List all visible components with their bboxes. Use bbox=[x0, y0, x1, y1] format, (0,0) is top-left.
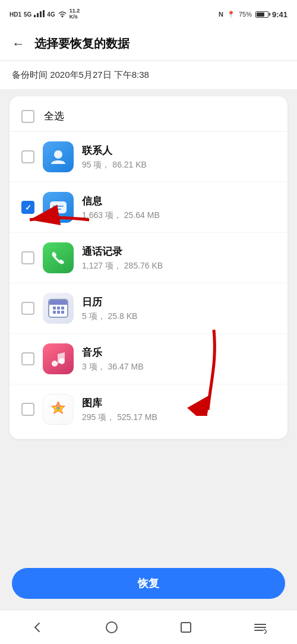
page-title: 选择要恢复的数据 bbox=[34, 36, 129, 52]
status-left: HD1 5G 4G 11.2K/s bbox=[10, 8, 80, 20]
contacts-checkbox[interactable] bbox=[21, 150, 34, 163]
restore-button[interactable]: 恢复 bbox=[12, 568, 285, 599]
signal-bars bbox=[34, 10, 45, 18]
select-all-label: 全选 bbox=[44, 109, 64, 123]
contacts-info: 联系人 95 项， 86.21 KB bbox=[82, 144, 276, 171]
calendar-name: 日历 bbox=[82, 295, 276, 309]
svg-rect-1 bbox=[37, 13, 39, 17]
messages-info: 信息 1,663 项， 25.64 MB bbox=[82, 194, 276, 221]
svg-point-16 bbox=[106, 622, 117, 633]
calls-icon bbox=[43, 242, 74, 273]
gallery-info: 图库 295 项， 525.17 MB bbox=[82, 396, 276, 423]
wifi-signal bbox=[58, 10, 67, 18]
nav-bar bbox=[0, 611, 297, 644]
calendar-checkbox[interactable] bbox=[21, 302, 34, 315]
time-display: 9:41 bbox=[272, 10, 287, 19]
backup-time-label: 备份时间 2020年5月27日 下午8:38 bbox=[12, 70, 149, 80]
calls-checkbox[interactable] bbox=[21, 251, 34, 264]
messages-detail: 1,663 项， 25.64 MB bbox=[82, 210, 276, 221]
calls-info: 通话记录 1,127 项， 285.76 KB bbox=[82, 245, 276, 272]
music-item[interactable]: 音乐 3 项， 36.47 MB bbox=[10, 334, 287, 384]
nav-home-button[interactable] bbox=[100, 615, 124, 639]
select-all-row[interactable]: 全选 bbox=[10, 101, 287, 132]
contacts-detail: 95 项， 86.21 KB bbox=[82, 160, 276, 171]
network-5g: 5G bbox=[24, 11, 31, 18]
gallery-icon bbox=[43, 394, 74, 425]
messages-name: 信息 bbox=[82, 194, 276, 208]
back-button[interactable]: ← bbox=[12, 37, 25, 50]
status-right: N 📍 75% 9:41 bbox=[219, 10, 287, 19]
messages-item[interactable]: 信息 1,663 项， 25.64 MB bbox=[10, 182, 287, 233]
page-header: ← 选择要恢复的数据 bbox=[0, 29, 297, 60]
music-info: 音乐 3 项， 36.47 MB bbox=[82, 346, 276, 372]
nfc-icon: N bbox=[219, 11, 223, 18]
gallery-item[interactable]: 图库 295 项， 525.17 MB bbox=[10, 384, 287, 434]
calls-item[interactable]: 通话记录 1,127 项， 285.76 KB bbox=[10, 233, 287, 283]
svg-rect-3 bbox=[43, 10, 45, 17]
music-detail: 3 项， 36.47 MB bbox=[82, 362, 276, 372]
calendar-item[interactable]: 日历 5 项， 25.8 KB bbox=[10, 283, 287, 334]
status-bar: HD1 5G 4G 11.2K/s N 📍 75% bbox=[0, 0, 297, 29]
data-selection-card: 全选 联系人 95 项， 86.21 KB 信息 1,6 bbox=[10, 96, 287, 439]
nav-menu-button[interactable] bbox=[248, 615, 272, 639]
svg-rect-17 bbox=[181, 623, 191, 632]
calendar-icon bbox=[43, 293, 74, 324]
gallery-checkbox[interactable] bbox=[21, 403, 34, 416]
music-icon bbox=[43, 343, 74, 374]
svg-point-7 bbox=[52, 361, 58, 367]
location-icon: 📍 bbox=[227, 11, 235, 18]
calendar-detail: 5 项， 25.8 KB bbox=[82, 311, 276, 322]
bottom-area: 恢复 bbox=[0, 558, 297, 608]
calendar-info: 日历 5 项， 25.8 KB bbox=[82, 295, 276, 322]
svg-point-5 bbox=[54, 150, 62, 159]
carrier-label: HD1 bbox=[10, 11, 21, 18]
contacts-icon bbox=[43, 141, 74, 172]
network-speed: 11.2K/s bbox=[69, 8, 80, 20]
messages-checkbox[interactable] bbox=[21, 201, 34, 214]
music-checkbox[interactable] bbox=[21, 352, 34, 365]
gallery-detail: 295 项， 525.17 MB bbox=[82, 412, 276, 423]
battery-icon bbox=[255, 11, 268, 18]
nav-recent-button[interactable] bbox=[174, 615, 198, 639]
svg-point-4 bbox=[61, 15, 63, 17]
calls-detail: 1,127 项， 285.76 KB bbox=[82, 261, 276, 272]
svg-rect-6 bbox=[50, 201, 67, 213]
backup-time-row: 备份时间 2020年5月27日 下午8:38 bbox=[0, 61, 297, 89]
messages-icon bbox=[43, 192, 74, 223]
gallery-name: 图库 bbox=[82, 396, 276, 410]
select-all-checkbox[interactable] bbox=[21, 110, 34, 123]
battery-percent: 75% bbox=[239, 11, 252, 18]
svg-rect-0 bbox=[34, 15, 36, 17]
network-4g: 4G bbox=[47, 11, 55, 18]
music-name: 音乐 bbox=[82, 346, 276, 359]
svg-rect-2 bbox=[40, 11, 42, 17]
contacts-item[interactable]: 联系人 95 项， 86.21 KB bbox=[10, 132, 287, 182]
contacts-name: 联系人 bbox=[82, 144, 276, 157]
nav-back-button[interactable] bbox=[26, 615, 49, 639]
calls-name: 通话记录 bbox=[82, 245, 276, 258]
